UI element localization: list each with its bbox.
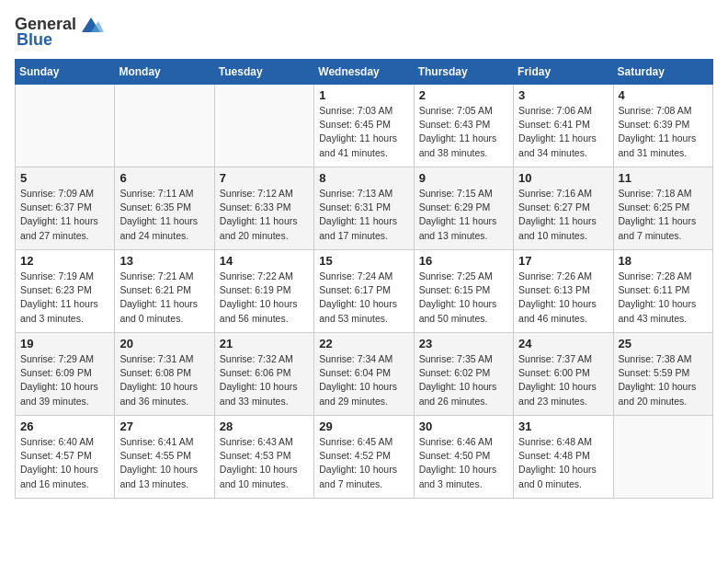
day-info: Sunrise: 7:24 AM Sunset: 6:17 PM Dayligh… xyxy=(319,270,408,326)
day-number: 30 xyxy=(419,419,508,433)
day-cell xyxy=(613,416,712,499)
day-number: 16 xyxy=(419,254,508,268)
day-info: Sunrise: 7:38 AM Sunset: 5:59 PM Dayligh… xyxy=(619,352,708,408)
day-cell: 22Sunrise: 7:34 AM Sunset: 6:04 PM Dayli… xyxy=(314,333,414,416)
day-number: 7 xyxy=(220,171,309,185)
week-row-1: 1Sunrise: 7:03 AM Sunset: 6:45 PM Daylig… xyxy=(16,85,713,167)
day-info: Sunrise: 7:16 AM Sunset: 6:27 PM Dayligh… xyxy=(518,187,608,243)
day-number: 9 xyxy=(419,171,508,185)
day-number: 29 xyxy=(319,419,408,433)
day-number: 26 xyxy=(20,419,109,433)
day-info: Sunrise: 7:08 AM Sunset: 6:39 PM Dayligh… xyxy=(619,104,708,160)
day-info: Sunrise: 7:12 AM Sunset: 6:33 PM Dayligh… xyxy=(220,187,309,243)
day-info: Sunrise: 7:15 AM Sunset: 6:29 PM Dayligh… xyxy=(419,187,508,243)
day-info: Sunrise: 7:31 AM Sunset: 6:08 PM Dayligh… xyxy=(119,352,209,408)
day-number: 1 xyxy=(319,88,408,102)
day-number: 23 xyxy=(419,337,508,350)
day-number: 20 xyxy=(119,337,209,350)
week-row-4: 19Sunrise: 7:29 AM Sunset: 6:09 PM Dayli… xyxy=(16,333,713,416)
day-number: 12 xyxy=(20,254,109,268)
day-cell: 8Sunrise: 7:13 AM Sunset: 6:31 PM Daylig… xyxy=(314,167,414,250)
day-cell: 2Sunrise: 7:05 AM Sunset: 6:43 PM Daylig… xyxy=(414,85,513,167)
weekday-header-friday: Friday xyxy=(514,60,613,85)
day-cell: 15Sunrise: 7:24 AM Sunset: 6:17 PM Dayli… xyxy=(314,250,414,333)
weekday-header-sunday: Sunday xyxy=(16,60,115,85)
day-cell: 30Sunrise: 6:46 AM Sunset: 4:50 PM Dayli… xyxy=(414,416,513,499)
day-number: 18 xyxy=(619,254,708,268)
logo: General Blue xyxy=(15,15,104,50)
day-info: Sunrise: 7:05 AM Sunset: 6:43 PM Dayligh… xyxy=(419,104,508,160)
day-cell: 31Sunrise: 6:48 AM Sunset: 4:48 PM Dayli… xyxy=(514,416,613,499)
day-number: 17 xyxy=(518,254,608,268)
day-info: Sunrise: 6:48 AM Sunset: 4:48 PM Dayligh… xyxy=(518,435,608,491)
week-row-3: 12Sunrise: 7:19 AM Sunset: 6:23 PM Dayli… xyxy=(16,250,713,333)
day-cell: 24Sunrise: 7:37 AM Sunset: 6:00 PM Dayli… xyxy=(514,333,613,416)
day-info: Sunrise: 6:45 AM Sunset: 4:52 PM Dayligh… xyxy=(319,435,408,491)
day-cell: 29Sunrise: 6:45 AM Sunset: 4:52 PM Dayli… xyxy=(314,416,414,499)
day-cell xyxy=(115,85,214,167)
weekday-header-wednesday: Wednesday xyxy=(314,60,414,85)
logo-blue-text: Blue xyxy=(17,30,52,50)
weekday-header-row: SundayMondayTuesdayWednesdayThursdayFrid… xyxy=(16,60,713,85)
weekday-header-thursday: Thursday xyxy=(414,60,513,85)
week-row-5: 26Sunrise: 6:40 AM Sunset: 4:57 PM Dayli… xyxy=(16,416,713,499)
day-cell: 20Sunrise: 7:31 AM Sunset: 6:08 PM Dayli… xyxy=(115,333,214,416)
page-header: General Blue xyxy=(15,15,713,50)
day-info: Sunrise: 7:32 AM Sunset: 6:06 PM Dayligh… xyxy=(220,352,309,408)
day-info: Sunrise: 7:29 AM Sunset: 6:09 PM Dayligh… xyxy=(20,352,109,408)
day-number: 15 xyxy=(319,254,408,268)
day-cell: 13Sunrise: 7:21 AM Sunset: 6:21 PM Dayli… xyxy=(115,250,214,333)
day-number: 8 xyxy=(319,171,408,185)
weekday-header-monday: Monday xyxy=(115,60,214,85)
day-info: Sunrise: 6:46 AM Sunset: 4:50 PM Dayligh… xyxy=(419,435,508,491)
day-number: 14 xyxy=(220,254,309,268)
day-info: Sunrise: 6:41 AM Sunset: 4:55 PM Dayligh… xyxy=(119,435,209,491)
day-number: 22 xyxy=(319,337,408,350)
day-info: Sunrise: 6:40 AM Sunset: 4:57 PM Dayligh… xyxy=(20,435,109,491)
calendar-table: SundayMondayTuesdayWednesdayThursdayFrid… xyxy=(15,59,713,499)
day-info: Sunrise: 7:13 AM Sunset: 6:31 PM Dayligh… xyxy=(319,187,408,243)
day-info: Sunrise: 7:06 AM Sunset: 6:41 PM Dayligh… xyxy=(518,104,608,160)
day-cell: 7Sunrise: 7:12 AM Sunset: 6:33 PM Daylig… xyxy=(214,167,313,250)
day-info: Sunrise: 6:43 AM Sunset: 4:53 PM Dayligh… xyxy=(220,435,309,491)
day-info: Sunrise: 7:25 AM Sunset: 6:15 PM Dayligh… xyxy=(419,270,508,326)
day-info: Sunrise: 7:18 AM Sunset: 6:25 PM Dayligh… xyxy=(619,187,708,243)
day-cell xyxy=(16,85,115,167)
day-info: Sunrise: 7:37 AM Sunset: 6:00 PM Dayligh… xyxy=(518,352,608,408)
day-cell xyxy=(214,85,313,167)
day-cell: 11Sunrise: 7:18 AM Sunset: 6:25 PM Dayli… xyxy=(613,167,712,250)
day-cell: 21Sunrise: 7:32 AM Sunset: 6:06 PM Dayli… xyxy=(214,333,313,416)
day-number: 3 xyxy=(518,88,608,102)
day-info: Sunrise: 7:22 AM Sunset: 6:19 PM Dayligh… xyxy=(220,270,309,326)
day-info: Sunrise: 7:03 AM Sunset: 6:45 PM Dayligh… xyxy=(319,104,408,160)
day-cell: 28Sunrise: 6:43 AM Sunset: 4:53 PM Dayli… xyxy=(214,416,313,499)
day-cell: 6Sunrise: 7:11 AM Sunset: 6:35 PM Daylig… xyxy=(115,167,214,250)
day-cell: 1Sunrise: 7:03 AM Sunset: 6:45 PM Daylig… xyxy=(314,85,414,167)
day-cell: 25Sunrise: 7:38 AM Sunset: 5:59 PM Dayli… xyxy=(613,333,712,416)
day-number: 31 xyxy=(518,419,608,433)
day-number: 19 xyxy=(20,337,109,350)
day-cell: 14Sunrise: 7:22 AM Sunset: 6:19 PM Dayli… xyxy=(214,250,313,333)
day-number: 2 xyxy=(419,88,508,102)
day-cell: 3Sunrise: 7:06 AM Sunset: 6:41 PM Daylig… xyxy=(514,85,613,167)
day-number: 13 xyxy=(119,254,209,268)
day-info: Sunrise: 7:09 AM Sunset: 6:37 PM Dayligh… xyxy=(20,187,109,243)
day-cell: 5Sunrise: 7:09 AM Sunset: 6:37 PM Daylig… xyxy=(16,167,115,250)
day-info: Sunrise: 7:19 AM Sunset: 6:23 PM Dayligh… xyxy=(20,270,109,326)
day-cell: 19Sunrise: 7:29 AM Sunset: 6:09 PM Dayli… xyxy=(16,333,115,416)
day-number: 25 xyxy=(619,337,708,350)
day-cell: 16Sunrise: 7:25 AM Sunset: 6:15 PM Dayli… xyxy=(414,250,513,333)
weekday-header-tuesday: Tuesday xyxy=(214,60,313,85)
day-info: Sunrise: 7:21 AM Sunset: 6:21 PM Dayligh… xyxy=(119,270,209,326)
week-row-2: 5Sunrise: 7:09 AM Sunset: 6:37 PM Daylig… xyxy=(16,167,713,250)
day-cell: 17Sunrise: 7:26 AM Sunset: 6:13 PM Dayli… xyxy=(514,250,613,333)
day-number: 24 xyxy=(518,337,608,350)
day-cell: 23Sunrise: 7:35 AM Sunset: 6:02 PM Dayli… xyxy=(414,333,513,416)
day-info: Sunrise: 7:28 AM Sunset: 6:11 PM Dayligh… xyxy=(619,270,708,326)
day-number: 11 xyxy=(619,171,708,185)
day-info: Sunrise: 7:35 AM Sunset: 6:02 PM Dayligh… xyxy=(419,352,508,408)
day-number: 27 xyxy=(119,419,209,433)
day-cell: 26Sunrise: 6:40 AM Sunset: 4:57 PM Dayli… xyxy=(16,416,115,499)
day-info: Sunrise: 7:26 AM Sunset: 6:13 PM Dayligh… xyxy=(518,270,608,326)
day-number: 6 xyxy=(119,171,209,185)
